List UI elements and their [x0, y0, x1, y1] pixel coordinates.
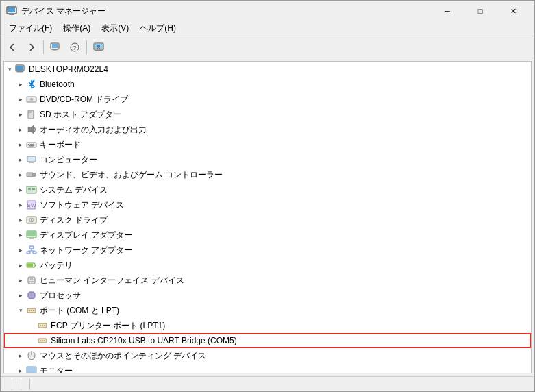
tree-item-processor[interactable]: ▸: [4, 288, 531, 303]
tree-item-disk[interactable]: ▸ ディスク ドライブ: [4, 212, 531, 228]
svg-text:?: ?: [73, 45, 76, 51]
tree-root[interactable]: ▾ DESKTOP-RMO22L4: [4, 62, 531, 77]
display-icon: [26, 230, 37, 241]
svg-point-78: [44, 340, 45, 341]
tree-item-network[interactable]: ▸ ネットワーク アダプター: [4, 243, 531, 258]
svg-rect-9: [95, 50, 102, 51]
system-expand: ▸: [15, 182, 26, 197]
tree-item-silicon[interactable]: Silicon Labs CP210x USB to UART Bridge (…: [4, 333, 531, 348]
software-expand: ▸: [15, 197, 26, 212]
network-expand: ▸: [15, 243, 26, 258]
device-tree[interactable]: ▾ DESKTOP-RMO22L4 ▸: [3, 61, 532, 373]
menu-bar: ファイル(F) 操作(A) 表示(V) ヘルプ(H): [1, 21, 534, 36]
ports-label: ポート (COM と LPT): [40, 305, 119, 317]
computer-label: コンピューター: [40, 154, 97, 166]
system-icon: [26, 184, 37, 195]
system-label: システム デバイス: [40, 184, 108, 196]
toolbar-computer-btn[interactable]: [47, 38, 64, 56]
svg-rect-4: [52, 44, 58, 48]
minimize-button[interactable]: ─: [432, 1, 463, 21]
sound-expand: ▸: [15, 167, 26, 182]
svg-rect-27: [29, 162, 34, 163]
disk-icon: [26, 215, 37, 225]
svg-rect-43: [33, 252, 36, 254]
bluetooth-expand: ▸: [15, 77, 26, 92]
tree-item-ecp[interactable]: ECP プリンター ポート (LPT1): [4, 318, 531, 333]
status-segment-3: [21, 379, 30, 390]
svg-point-37: [31, 219, 32, 221]
tree-item-mouse[interactable]: ▸ マウスとそのほかのポインティング デバイス: [4, 348, 531, 363]
tree-item-sd[interactable]: ▸ SD ホスト アダプター: [4, 107, 531, 122]
svg-rect-24: [32, 144, 34, 145]
svg-point-68: [29, 310, 30, 311]
audio-icon: [26, 124, 37, 135]
tree-item-battery[interactable]: ▸ バッテリ: [4, 258, 531, 273]
ecp-icon: [37, 320, 48, 331]
menu-action[interactable]: 操作(A): [58, 21, 96, 36]
tree-item-dvd[interactable]: ▸ DVD/CD-ROM ドライブ: [4, 92, 531, 107]
tree-item-computer[interactable]: ▸ コンピューター: [4, 152, 531, 167]
svg-rect-14: [17, 71, 23, 73]
keyboard-icon: [26, 139, 37, 150]
silicon-expand: [26, 333, 37, 348]
processor-icon: [26, 290, 37, 301]
svg-rect-41: [29, 246, 34, 249]
svg-rect-23: [30, 144, 32, 145]
svg-point-80: [31, 353, 32, 354]
forward-button[interactable]: [23, 38, 40, 56]
svg-rect-25: [29, 145, 34, 147]
svg-rect-39: [27, 232, 36, 236]
tree-item-bluetooth[interactable]: ▸ Bluetooth: [4, 77, 531, 92]
close-button[interactable]: ✕: [497, 1, 529, 21]
dvd-icon: [26, 94, 37, 105]
toolbar-monitor-btn[interactable]: [90, 38, 108, 56]
sound-label: サウンド、ビデオ、およびゲーム コントローラー: [40, 169, 223, 181]
ecp-expand: [26, 318, 37, 333]
toolbar-separator-1: [43, 40, 44, 54]
tree-item-monitor[interactable]: ▸ モニター: [4, 363, 531, 373]
svg-point-73: [42, 325, 43, 326]
battery-icon: [26, 260, 37, 271]
svg-rect-49: [27, 264, 33, 267]
tree-item-display[interactable]: ▸ ディスプレイ アダプター: [4, 228, 531, 243]
disk-expand: ▸: [15, 212, 26, 228]
sd-expand: ▸: [15, 107, 26, 122]
display-expand: ▸: [15, 228, 26, 243]
svg-rect-42: [27, 252, 30, 254]
software-label: ソフトウェア デバイス: [40, 199, 124, 211]
status-segment-2: [12, 379, 21, 390]
tree-item-keyboard[interactable]: ▸ キーボード: [4, 137, 531, 152]
tree-item-hid[interactable]: ▸ ヒューマン インターフェイス デバイス: [4, 273, 531, 288]
display-label: ディスプレイ アダプター: [40, 230, 132, 241]
svg-rect-28: [27, 173, 33, 177]
ports-expand: ▾: [15, 303, 26, 318]
svg-rect-5: [53, 49, 57, 51]
tree-item-software[interactable]: ▸ SW ソフトウェア デバイス: [4, 197, 531, 212]
tree-item-ports[interactable]: ▾ ポート (COM と LPT): [4, 303, 531, 318]
maximize-button[interactable]: □: [464, 1, 496, 21]
sd-icon: [26, 109, 37, 120]
menu-help[interactable]: ヘルプ(H): [134, 21, 182, 36]
svg-rect-48: [35, 265, 36, 266]
tree-item-audio[interactable]: ▸ オーディオの入力および出力: [4, 122, 531, 137]
svg-point-77: [42, 340, 43, 341]
dvd-expand: ▸: [15, 92, 26, 107]
mouse-expand: ▸: [15, 348, 26, 363]
computer-expand: ▸: [15, 152, 26, 167]
svg-rect-13: [16, 66, 23, 71]
sd-label: SD ホスト アダプター: [40, 109, 121, 121]
toolbar-help-btn[interactable]: ?: [66, 38, 84, 56]
hid-expand: ▸: [15, 273, 26, 288]
tree-item-system[interactable]: ▸ システム デバイス: [4, 182, 531, 197]
svg-point-70: [33, 310, 34, 311]
monitor-icon: [26, 365, 37, 373]
mouse-icon: [26, 350, 37, 361]
menu-view[interactable]: 表示(V): [96, 21, 134, 36]
root-computer-icon: [15, 64, 26, 75]
title-bar: デバイス マネージャー ─ □ ✕: [1, 1, 534, 21]
tree-item-sound[interactable]: ▸ サウンド、ビデオ、およびゲーム コントローラー: [4, 167, 531, 182]
menu-file[interactable]: ファイル(F): [3, 21, 58, 36]
back-button[interactable]: [3, 38, 21, 56]
svg-rect-82: [27, 367, 36, 372]
audio-expand: ▸: [15, 122, 26, 137]
